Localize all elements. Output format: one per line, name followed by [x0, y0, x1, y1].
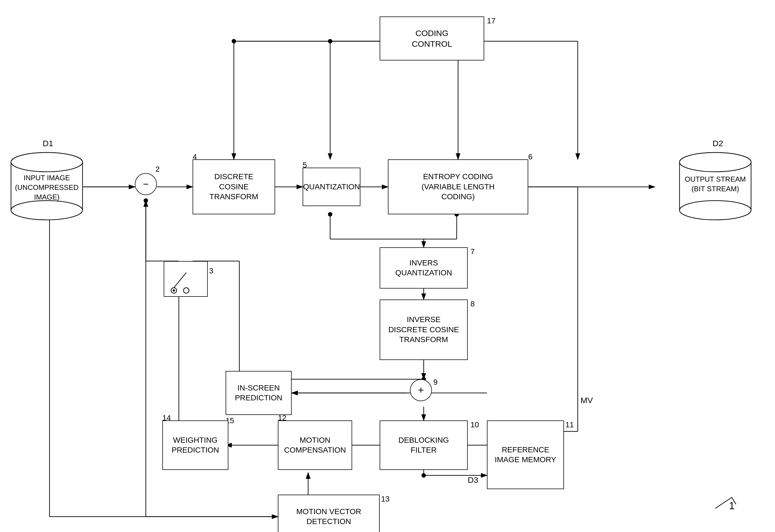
svg-point-72 — [680, 153, 751, 172]
adder-circle: + — [410, 379, 432, 401]
svg-point-51 — [328, 39, 332, 43]
switch-num: 3 — [209, 267, 214, 275]
in-screen-block: IN-SCREENPREDICTION — [226, 371, 292, 415]
deblocking-label: DEBLOCKINGFILTER — [398, 435, 449, 455]
svg-line-77 — [715, 497, 732, 508]
entropy-coding-label: ENTROPY CODING(VARIABLE LENGTHCODING) — [421, 172, 495, 202]
svg-line-75 — [174, 273, 186, 288]
motion-vector-num: 13 — [381, 495, 390, 503]
inverse-quant-label: INVERSQUANTIZATION — [395, 258, 452, 278]
weighting-num: 14 — [162, 414, 171, 422]
input-image-label: INPUT IMAGE(UNCOMPRESSEDIMAGE) — [8, 173, 85, 202]
inverse-quant-block: INVERSQUANTIZATION — [380, 247, 468, 289]
coding-control-label: CODINGCONTROL — [412, 28, 452, 49]
motion-comp-num: 12 — [278, 414, 286, 422]
idct-label: INVERSEDISCRETE COSINETRANSFORM — [388, 315, 459, 345]
svg-point-66 — [11, 153, 82, 172]
svg-point-76 — [173, 289, 175, 292]
switch-box — [164, 261, 208, 297]
idct-block: INVERSEDISCRETE COSINETRANSFORM — [380, 300, 468, 360]
adder-num: 9 — [433, 378, 438, 387]
svg-point-43 — [421, 473, 426, 478]
svg-point-71 — [680, 201, 751, 220]
svg-line-78 — [732, 497, 736, 504]
subtract-symbol: − — [143, 178, 148, 190]
svg-point-65 — [11, 201, 82, 220]
coding-control-block: CODINGCONTROL — [380, 16, 484, 60]
subtract-num: 2 — [155, 165, 160, 174]
ref-image-label: REFERENCEIMAGE MEMORY — [495, 445, 556, 465]
d2-label: D2 — [713, 139, 723, 148]
dct-label: DISCRETECOSINETRANSFORM — [210, 172, 258, 202]
deblocking-block: DEBLOCKINGFILTER — [380, 420, 468, 470]
in-screen-label: IN-SCREENPREDICTION — [235, 383, 283, 403]
adder-symbol: + — [418, 384, 424, 396]
dct-block: DISCRETECOSINETRANSFORM — [192, 159, 275, 214]
diagram: INPUT IMAGE(UNCOMPRESSEDIMAGE) D1 OUTPUT… — [0, 0, 775, 532]
weighting-label: WEIGHTINGPREDICTION — [172, 435, 219, 455]
svg-point-44 — [143, 198, 148, 203]
deblocking-num: 10 — [470, 420, 479, 429]
motion-comp-label: MOTIONCOMPENSATION — [284, 435, 346, 455]
output-stream-label: OUTPUT STREAM(BIT STREAM) — [677, 174, 754, 194]
quantization-label: QUANTIZATION — [303, 182, 360, 192]
diagram-1-arrow — [710, 495, 737, 511]
ref-image-num: 11 — [565, 420, 574, 429]
input-image-cylinder: INPUT IMAGE(UNCOMPRESSEDIMAGE) — [8, 151, 85, 223]
svg-point-60 — [328, 212, 332, 217]
ref-image-block: REFERENCEIMAGE MEMORY — [487, 420, 564, 489]
d1-label: D1 — [43, 139, 53, 148]
entropy-coding-block: ENTROPY CODING(VARIABLE LENGTHCODING) — [388, 159, 528, 214]
coding-control-num: 17 — [487, 16, 495, 25]
motion-vector-label: MOTION VECTORDETECTION — [296, 507, 361, 527]
motion-vector-block: MOTION VECTORDETECTION — [278, 495, 380, 532]
svg-point-52 — [232, 39, 236, 43]
d3-label: D3 — [468, 475, 478, 485]
motion-comp-block: MOTIONCOMPENSATION — [278, 420, 352, 470]
output-stream-cylinder: OUTPUT STREAM(BIT STREAM) — [677, 151, 754, 223]
weighting-block: WEIGHTINGPREDICTION — [162, 420, 228, 470]
mv-label: MV — [580, 396, 593, 405]
entropy-coding-num: 6 — [528, 153, 532, 161]
svg-point-74 — [183, 288, 189, 293]
idct-num: 8 — [470, 300, 475, 308]
quantization-block: QUANTIZATION — [303, 168, 360, 206]
subtract-circle: − — [135, 173, 157, 195]
dct-num: 4 — [192, 153, 197, 161]
quantization-num: 5 — [303, 161, 307, 170]
inverse-quant-num: 7 — [470, 247, 475, 256]
